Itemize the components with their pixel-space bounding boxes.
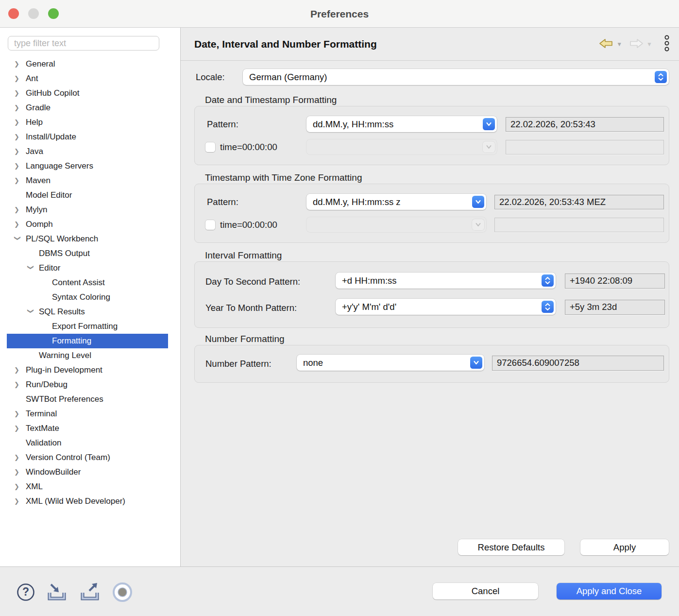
tree-item-mylyn[interactable]: ❯Mylyn — [7, 203, 168, 217]
tree-item-gradle[interactable]: ❯Gradle — [7, 101, 168, 115]
date-midnight-preview-field — [506, 140, 664, 154]
chevron-down-icon[interactable]: ❯ — [10, 236, 25, 247]
tree-item-label: XML — [26, 479, 43, 494]
tree-item-label: Validation — [26, 436, 61, 450]
tree-item-label: Run/Debug — [26, 377, 68, 392]
chevron-right-icon[interactable]: ❯ — [14, 57, 26, 71]
day-to-second-label: Day To Second Pattern: — [205, 274, 300, 290]
date-midnight-label: time=00:00:00 — [220, 141, 277, 154]
tree-item-xml[interactable]: ❯XML — [7, 479, 168, 494]
export-preferences-icon[interactable] — [79, 582, 101, 604]
tree-item-run-debug[interactable]: ❯Run/Debug — [7, 377, 168, 392]
view-menu-icon[interactable] — [663, 34, 670, 55]
tree-item-version-control-team[interactable]: ❯Version Control (Team) — [7, 450, 168, 465]
tree-item-sql-results[interactable]: ❯SQL Results — [7, 305, 168, 319]
chevron-right-icon[interactable]: ❯ — [14, 479, 26, 494]
updown-chevron-icon — [542, 274, 554, 287]
tree-item-content-assist[interactable]: Content Assist — [7, 275, 168, 290]
tree-item-plug-in-development[interactable]: ❯Plug-in Development — [7, 363, 168, 377]
year-to-month-preview-field: +5y 3m 23d — [565, 300, 665, 315]
tree-item-github-copilot[interactable]: ❯GitHub Copilot — [7, 86, 168, 101]
back-icon[interactable] — [598, 37, 614, 51]
tree-item-warning-level[interactable]: Warning Level — [7, 348, 168, 363]
tree-item-label: Content Assist — [52, 275, 105, 290]
chevron-right-icon[interactable]: ❯ — [14, 407, 26, 421]
back-menu-icon[interactable]: ▼ — [616, 41, 622, 48]
chevron-right-icon[interactable]: ❯ — [14, 494, 26, 509]
tree-item-label: Warning Level — [39, 348, 91, 363]
tree-item-textmate[interactable]: ❯TextMate — [7, 421, 168, 436]
tree-item-java[interactable]: ❯Java — [7, 144, 168, 159]
chevron-right-icon[interactable]: ❯ — [14, 130, 26, 144]
tree-item-install-update[interactable]: ❯Install/Update — [7, 130, 168, 144]
tree-item-swtbot-preferences[interactable]: SWTBot Preferences — [7, 392, 168, 407]
window-title: Preferences — [0, 0, 679, 28]
import-preferences-icon[interactable] — [46, 582, 68, 604]
chevron-right-icon[interactable]: ❯ — [14, 217, 26, 232]
year-to-month-label: Year To Month Pattern: — [205, 300, 297, 316]
tree-item-editor[interactable]: ❯Editor — [7, 261, 168, 275]
help-icon[interactable]: ? — [17, 583, 35, 603]
chevron-right-icon[interactable]: ❯ — [14, 86, 26, 101]
year-to-month-select[interactable]: +y'y' M'm' d'd' — [336, 299, 556, 315]
tree-item-syntax-coloring[interactable]: Syntax Coloring — [7, 290, 168, 305]
chevron-right-icon[interactable]: ❯ — [14, 363, 26, 377]
day-to-second-value: +d HH:mm:ss — [342, 273, 538, 289]
chevron-right-icon[interactable]: ❯ — [14, 101, 26, 115]
tz-midnight-checkbox[interactable] — [205, 220, 215, 230]
tree-item-model-editor[interactable]: Model Editor — [7, 188, 168, 203]
restore-defaults-button[interactable]: Restore Defaults — [458, 539, 564, 555]
apply-and-close-button[interactable]: Apply and Close — [557, 583, 662, 599]
chevron-right-icon[interactable]: ❯ — [14, 159, 26, 173]
tree-item-label: Maven — [26, 173, 51, 188]
chevron-right-icon[interactable]: ❯ — [14, 203, 26, 217]
chevron-down-icon[interactable]: ❯ — [23, 265, 38, 276]
date-midnight-checkbox[interactable] — [205, 142, 215, 152]
tree-item-help[interactable]: ❯Help — [7, 115, 168, 130]
date-pattern-combo[interactable]: dd.MM.y, HH:mm:ss — [306, 116, 497, 132]
tree-item-general[interactable]: ❯General — [7, 57, 168, 71]
tree-item-label: General — [26, 57, 55, 71]
chevron-right-icon[interactable]: ❯ — [14, 421, 26, 436]
chevron-right-icon[interactable]: ❯ — [14, 71, 26, 86]
tree-item-pl-sql-workbench[interactable]: ❯PL/SQL Workbench — [7, 232, 168, 246]
preferences-window: Preferences ❯General❯Ant❯GitHub Copilot❯… — [0, 0, 679, 616]
chevron-right-icon[interactable]: ❯ — [14, 377, 26, 392]
tree-item-maven[interactable]: ❯Maven — [7, 173, 168, 188]
tree-item-xml-wild-web-developer[interactable]: ❯XML (Wild Web Developer) — [7, 494, 168, 509]
chevron-right-icon[interactable]: ❯ — [14, 115, 26, 130]
tree-item-validation[interactable]: Validation — [7, 436, 168, 450]
tree-item-dbms-output[interactable]: DBMS Output — [7, 246, 168, 261]
filter-input[interactable] — [8, 36, 159, 51]
locale-select[interactable]: German (Germany) — [243, 69, 669, 85]
tree-item-language-servers[interactable]: ❯Language Servers — [7, 159, 168, 173]
chevron-right-icon[interactable]: ❯ — [14, 450, 26, 465]
chevron-right-icon[interactable]: ❯ — [14, 465, 26, 479]
date-pattern-value: dd.MM.y, HH:mm:ss — [313, 116, 479, 132]
tree-item-terminal[interactable]: ❯Terminal — [7, 407, 168, 421]
tz-pattern-combo[interactable]: dd.MM.y, HH:mm:ss z — [306, 194, 486, 210]
number-pattern-label: Number Pattern: — [205, 356, 272, 372]
tree-item-ant[interactable]: ❯Ant — [7, 71, 168, 86]
day-to-second-select[interactable]: +d HH:mm:ss — [336, 273, 556, 289]
tree-item-label: Help — [26, 115, 43, 130]
tz-preview-field: 22.02.2026, 20:53:43 MEZ — [494, 195, 664, 209]
date-pattern-label: Pattern: — [207, 116, 238, 132]
tree-item-label: GitHub Copilot — [26, 86, 80, 101]
number-pattern-combo[interactable]: none — [297, 355, 484, 371]
chevron-down-icon[interactable]: ❯ — [23, 308, 38, 320]
tree-item-label: DBMS Output — [39, 246, 90, 261]
updown-chevron-icon — [655, 71, 667, 83]
apply-button[interactable]: Apply — [580, 539, 669, 555]
tree-item-formatting[interactable]: Formatting — [7, 334, 168, 348]
record-preferences-icon[interactable] — [112, 582, 133, 605]
updown-chevron-icon — [542, 301, 554, 313]
interval-group-title: Interval Formatting — [205, 250, 282, 261]
chevron-right-icon[interactable]: ❯ — [14, 173, 26, 188]
tree-item-oomph[interactable]: ❯Oomph — [7, 217, 168, 232]
tree-item-windowbuilder[interactable]: ❯WindowBuilder — [7, 465, 168, 479]
cancel-button[interactable]: Cancel — [433, 583, 538, 599]
chevron-right-icon[interactable]: ❯ — [14, 144, 26, 159]
tree-item-label: Terminal — [26, 407, 57, 421]
tree-item-export-formatting[interactable]: Export Formatting — [7, 319, 168, 334]
